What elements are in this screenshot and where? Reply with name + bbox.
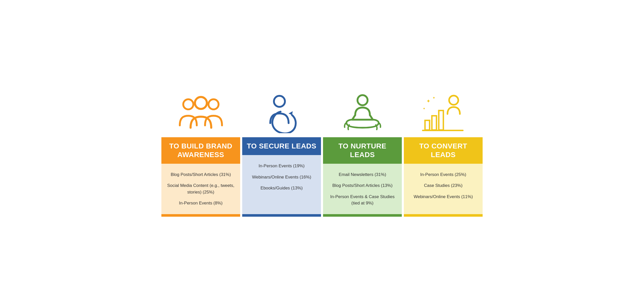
list-item: Email Newsletters (31%) [328, 171, 397, 178]
nurture-leads-icon [340, 92, 385, 133]
svg-point-2 [195, 97, 207, 109]
svg-text:✦: ✦ [426, 99, 430, 104]
header-brand-awareness: TO BUILD BRAND AWARENESS [161, 137, 240, 163]
icon-area-secure-leads [242, 86, 321, 137]
convert-leads-icon: ✦ ✦ ✦ [420, 92, 466, 133]
svg-rect-7 [425, 120, 430, 130]
svg-text:✦: ✦ [423, 107, 426, 111]
group-people-icon [178, 92, 224, 133]
footer-bar-secure-leads [242, 214, 321, 217]
list-item: Social Media Content (e.g., tweets, stor… [166, 182, 235, 195]
list-item: Blog Posts/Short Articles (31%) [166, 171, 235, 178]
svg-point-6 [449, 96, 458, 105]
header-convert-leads: TO CONVERT LEADS [404, 137, 483, 163]
footer-bar-nurture-leads [323, 214, 402, 217]
svg-marker-4 [289, 111, 293, 115]
header-nurture-leads: TO NURTURE LEADS [323, 137, 402, 163]
list-item: Webinars/Online Events (11%) [409, 194, 478, 200]
list-item: In-Person Events (25%) [409, 171, 478, 178]
column-convert-leads: ✦ ✦ ✦ TO CONVERT LEADS In-Person Events … [404, 86, 483, 216]
svg-rect-8 [432, 116, 436, 130]
column-brand-awareness: TO BUILD BRAND AWARENESS Blog Posts/Shor… [161, 86, 240, 216]
icon-area-convert-leads: ✦ ✦ ✦ [404, 86, 483, 137]
infographic-container: TO BUILD BRAND AWARENESS Blog Posts/Shor… [161, 86, 483, 216]
content-secure-leads: In-Person Events (19%) Webinars/Online E… [242, 155, 321, 214]
list-item: Ebooks/Guides (13%) [247, 185, 316, 191]
list-item: Webinars/Online Events (16%) [247, 174, 316, 181]
svg-point-1 [208, 99, 218, 109]
svg-text:✦: ✦ [432, 96, 435, 100]
svg-point-0 [183, 99, 193, 109]
content-nurture-leads: Email Newsletters (31%) Blog Posts/Short… [323, 164, 402, 214]
svg-rect-9 [439, 111, 443, 130]
footer-bar-convert-leads [404, 214, 483, 217]
content-convert-leads: In-Person Events (25%) Case Studies (23%… [404, 164, 483, 214]
list-item: In-Person Events (19%) [247, 163, 316, 169]
content-brand-awareness: Blog Posts/Short Articles (31%) Social M… [161, 164, 240, 214]
list-item: Case Studies (23%) [409, 182, 478, 189]
list-item: In-Person Events & Case Studies (tied at… [328, 194, 397, 206]
svg-point-5 [357, 95, 368, 105]
column-nurture-leads: TO NURTURE LEADS Email Newsletters (31%)… [323, 86, 402, 216]
footer-bar-brand-awareness [161, 214, 240, 217]
icon-area-nurture-leads [323, 86, 402, 137]
list-item: In-Person Events (8%) [166, 200, 235, 206]
list-item: Blog Posts/Short Articles (13%) [328, 182, 397, 189]
lead-capture-icon [259, 92, 305, 133]
header-secure-leads: TO SECURE LEADS [242, 137, 321, 155]
column-secure-leads: TO SECURE LEADS In-Person Events (19%) W… [242, 86, 321, 216]
icon-area-brand-awareness [161, 86, 240, 137]
svg-point-3 [274, 96, 285, 107]
